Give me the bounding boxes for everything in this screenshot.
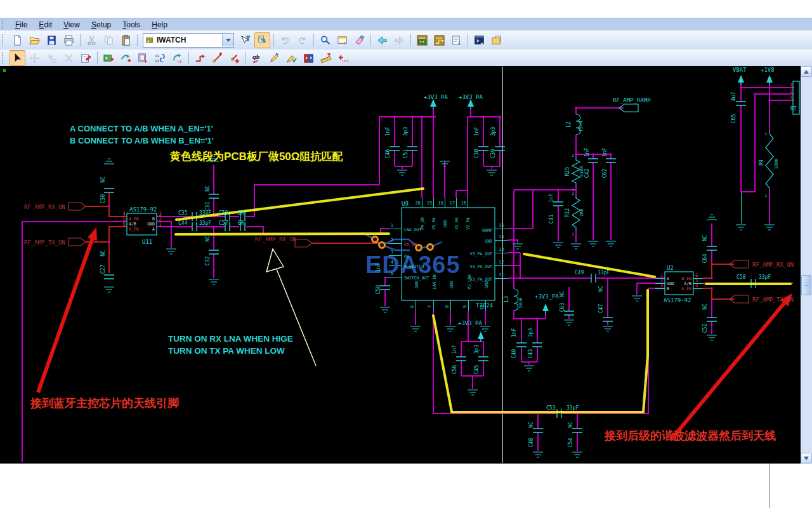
schematic-text: 5: [391, 271, 393, 276]
measure-button[interactable]: [318, 50, 334, 66]
wire: [508, 240, 518, 243]
add-part-button[interactable]: [101, 50, 117, 66]
copy-button[interactable]: [101, 32, 117, 48]
archive-button[interactable]: [488, 32, 504, 48]
scroll-down-button[interactable]: [801, 453, 812, 464]
bus-icon: [251, 52, 263, 64]
edit-text-button[interactable]: [266, 50, 282, 66]
swap-icon: [154, 52, 166, 64]
run-script-button[interactable]: [471, 32, 487, 48]
vertical-scrollbar[interactable]: [801, 66, 812, 464]
menu-tools[interactable]: Tools: [117, 19, 146, 31]
title-bar: [0, 0, 812, 18]
toolbar1-grip[interactable]: [2, 34, 6, 46]
scroll-up-button[interactable]: [801, 66, 812, 77]
scrollbar-thumb[interactable]: [801, 275, 811, 295]
select-gates-button[interactable]: [254, 32, 270, 48]
schematic-text: LNA_OUT: [404, 227, 421, 232]
move-tool-button[interactable]: [27, 50, 43, 66]
schematic-text: PU: [404, 254, 409, 259]
paste-button[interactable]: [118, 32, 134, 48]
combobox-dropdown-button[interactable]: [222, 34, 233, 46]
yellow-highlight: [524, 254, 655, 277]
menu-help[interactable]: Help: [146, 19, 173, 31]
schematic-text: RF_AMP_TX_ON: [752, 297, 794, 303]
schematic-text: NC: [205, 185, 211, 192]
schematic-text: 3p3: [490, 127, 496, 137]
capacitor: [532, 343, 542, 347]
dictionary-button[interactable]: [301, 50, 317, 66]
cut-button[interactable]: [84, 32, 100, 48]
capacitor: [572, 429, 582, 432]
worksheet-edge-line: [769, 464, 770, 508]
schematic-text: C42: [584, 169, 590, 178]
schematic-canvas[interactable]: EDA365A CONNECT TO A/B WHEN A_EN='1'B CO…: [0, 66, 801, 464]
menu-edit[interactable]: Edit: [33, 19, 58, 31]
schematic-text: 12: [499, 260, 504, 265]
sheet-selector-combobox[interactable]: IWATCH: [143, 33, 234, 48]
save-icon: [46, 34, 58, 46]
schematic-text: SWITCH_OUT: [404, 276, 429, 281]
paste-from-file-button[interactable]: [135, 50, 151, 66]
cut-icon: [86, 34, 98, 46]
schematic-text: L3: [504, 296, 509, 302]
add-field-button[interactable]: [335, 50, 351, 66]
redraw-button[interactable]: [351, 32, 367, 48]
menubar-grip[interactable]: [2, 20, 7, 29]
zoom-button[interactable]: [317, 32, 333, 48]
toolbar-separator: [137, 34, 138, 46]
add-connection-button[interactable]: [192, 50, 208, 66]
schematic-text: 15: [499, 223, 504, 228]
pads-router-button[interactable]: [431, 32, 447, 48]
schematic-text: R12: [565, 208, 570, 218]
schematic-text: B: [152, 217, 155, 222]
junction-dot: [432, 116, 435, 118]
edit-properties-button[interactable]: [78, 50, 94, 66]
select-tool-button[interactable]: [10, 50, 25, 66]
menu-view[interactable]: View: [58, 19, 86, 31]
move-tpoint-button[interactable]: [226, 50, 242, 66]
add-bus-button[interactable]: [249, 50, 265, 66]
schematic-text: 1nF: [511, 328, 517, 338]
drag-tool-button[interactable]: [44, 50, 60, 66]
new-button[interactable]: [10, 32, 25, 48]
schematic-text: 15nH: [579, 121, 584, 132]
step-and-repeat-button[interactable]: [169, 50, 185, 66]
ground-symbol: [480, 326, 490, 331]
redo-button[interactable]: [294, 32, 310, 48]
swap-gates-button[interactable]: [152, 50, 168, 66]
split-connection-button[interactable]: [209, 50, 225, 66]
undo-icon: [279, 34, 291, 46]
toolbar-separator: [80, 34, 81, 46]
menu-setup[interactable]: Setup: [86, 19, 117, 31]
toolbar-separator: [370, 34, 371, 46]
delete-tool-button[interactable]: [61, 50, 77, 66]
add-gate-button[interactable]: [118, 50, 134, 66]
schematic-text: 6: [695, 273, 698, 278]
previous-sheet-button[interactable]: [374, 32, 390, 48]
ground-symbol: [410, 326, 421, 331]
worksheet-margin: [0, 464, 812, 508]
prop-icon: [450, 34, 462, 46]
junction-dot: [710, 287, 713, 290]
sheet-window-button[interactable]: [334, 32, 350, 48]
open-button[interactable]: [27, 32, 43, 48]
undo-button[interactable]: [277, 32, 293, 48]
toolbar-separator: [273, 34, 274, 46]
print-icon: [63, 34, 75, 46]
schematic-text: 6: [122, 222, 126, 227]
capacitor: [564, 311, 574, 315]
menu-file[interactable]: File: [10, 19, 33, 31]
toolbar2-grip[interactable]: [2, 52, 6, 64]
next-sheet-button[interactable]: [391, 32, 407, 48]
selection-filter-button[interactable]: [237, 32, 253, 48]
save-button[interactable]: [44, 32, 60, 48]
schematic-drawing[interactable]: EDA365A CONNECT TO A/B WHEN A_EN='1'B CO…: [0, 66, 801, 464]
print-button[interactable]: [61, 32, 77, 48]
watermark-donut: [428, 244, 433, 250]
properties-button[interactable]: [449, 32, 464, 48]
schematic-text: 3p3: [403, 127, 409, 137]
pads-layout-button[interactable]: [414, 32, 430, 48]
schematic-text: GND: [667, 281, 674, 286]
edit-attribute-button[interactable]: [284, 50, 299, 66]
